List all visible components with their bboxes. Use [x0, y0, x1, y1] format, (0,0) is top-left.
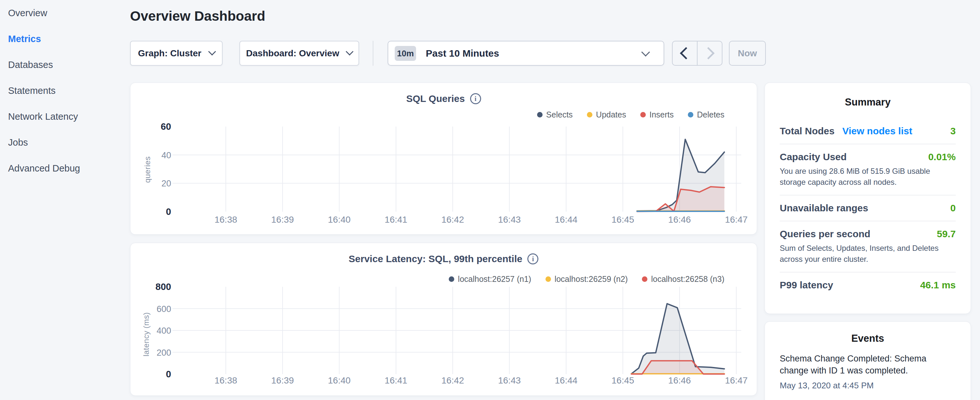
summary-rows: Total NodesView nodes list3Capacity Used… — [780, 118, 956, 298]
svg-text:16:43: 16:43 — [498, 375, 520, 386]
event-item[interactable]: Schema Change Completed: Schema change w… — [780, 353, 956, 390]
svg-text:16:46: 16:46 — [668, 215, 691, 225]
graph-dropdown-label: Graph: Cluster — [138, 48, 201, 59]
chevron-left-icon — [680, 47, 692, 59]
time-range-badge: 10m — [395, 46, 416, 61]
toolbar-divider — [373, 41, 373, 66]
sidebar-item-statements[interactable]: Statements — [8, 78, 124, 104]
next-time-button[interactable] — [698, 41, 722, 65]
svg-text:400: 400 — [157, 326, 171, 336]
sidebar-item-jobs[interactable]: Jobs — [8, 129, 124, 155]
svg-text:60: 60 — [161, 121, 171, 132]
svg-text:200: 200 — [157, 348, 171, 358]
sidebar-item-databases[interactable]: Databases — [8, 52, 124, 78]
svg-text:16:46: 16:46 — [668, 375, 691, 386]
svg-text:16:42: 16:42 — [441, 375, 464, 386]
summary-row-label: Queries per second — [780, 228, 870, 239]
chevron-down-icon — [641, 48, 650, 56]
summary-row-label: Total Nodes — [780, 126, 834, 137]
svg-text:16:40: 16:40 — [328, 375, 351, 386]
svg-text:0: 0 — [166, 369, 171, 379]
summary-row-value: 0 — [950, 202, 956, 214]
summary-row: Queries per second59.7Sum of Selects, Up… — [780, 222, 956, 273]
app-root: OverviewMetricsDatabasesStatementsNetwor… — [0, 0, 980, 400]
event-text: Schema Change Completed: Schema change w… — [780, 353, 935, 377]
summary-row-label: Unavailable ranges — [780, 202, 868, 214]
summary-row-value: 0.01% — [928, 151, 956, 163]
svg-text:0: 0 — [166, 207, 171, 217]
now-button[interactable]: Now — [729, 41, 766, 66]
summary-row: P99 latency46.1 ms — [780, 273, 956, 298]
sql-queries-chart-card: SQL Queries i SelectsUpdatesInsertsDelet… — [130, 83, 757, 234]
summary-row: Capacity Used0.01%You are using 28.6 MiB… — [780, 144, 956, 196]
summary-panel: Summary Total NodesView nodes list3Capac… — [765, 83, 971, 314]
svg-text:16:41: 16:41 — [385, 215, 407, 225]
svg-text:20: 20 — [161, 178, 171, 188]
dashboard-dropdown[interactable]: Dashboard: Overview — [239, 41, 359, 66]
svg-text:16:47: 16:47 — [725, 215, 748, 225]
dashboard-dropdown-label: Dashboard: Overview — [246, 48, 339, 59]
summary-row-label: P99 latency — [780, 280, 833, 291]
chevron-down-icon — [346, 48, 354, 55]
svg-text:16:44: 16:44 — [555, 375, 578, 386]
svg-text:16:45: 16:45 — [611, 375, 634, 386]
summary-row-description: Sum of Selects, Updates, Inserts, and De… — [780, 243, 956, 265]
sidebar-item-network-latency[interactable]: Network Latency — [8, 104, 124, 129]
chevron-right-icon — [702, 47, 714, 59]
svg-text:16:42: 16:42 — [441, 215, 464, 225]
summary-row-value: 46.1 ms — [920, 280, 956, 291]
service-latency-chart-card: Service Latency: SQL, 99th percentile i … — [130, 243, 757, 396]
time-range-label: Past 10 Minutes — [426, 48, 499, 59]
summary-row-description: You are using 28.6 MiB of 515.9 GiB usab… — [780, 166, 956, 188]
svg-text:16:41: 16:41 — [385, 375, 407, 386]
svg-text:40: 40 — [161, 150, 171, 160]
summary-row-value: 59.7 — [937, 228, 956, 239]
time-range-selector[interactable]: 10m Past 10 Minutes — [388, 41, 664, 66]
sidebar-nav: OverviewMetricsDatabasesStatementsNetwor… — [8, 0, 124, 181]
summary-row: Total NodesView nodes list3 — [780, 118, 956, 144]
svg-text:16:39: 16:39 — [271, 375, 294, 386]
sidebar-item-overview[interactable]: Overview — [8, 0, 124, 26]
summary-title: Summary — [765, 83, 970, 108]
time-step-buttons — [672, 41, 722, 66]
svg-text:16:38: 16:38 — [215, 375, 237, 386]
prev-time-button[interactable] — [673, 41, 698, 65]
svg-text:16:40: 16:40 — [328, 215, 351, 225]
chevron-down-icon — [208, 48, 216, 55]
svg-text:16:39: 16:39 — [271, 215, 294, 225]
svg-text:16:47: 16:47 — [725, 375, 748, 386]
sidebar-item-advanced-debug[interactable]: Advanced Debug — [8, 155, 124, 181]
events-panel: Events Schema Change Completed: Schema c… — [765, 321, 971, 400]
svg-text:16:38: 16:38 — [215, 215, 237, 225]
events-list: Schema Change Completed: Schema change w… — [765, 353, 970, 390]
events-title: Events — [765, 322, 970, 344]
chart-canvas[interactable]: 020406016:3816:3916:4016:4116:4216:4316:… — [130, 83, 757, 235]
graph-dropdown[interactable]: Graph: Cluster — [130, 41, 223, 66]
summary-row-value: 3 — [950, 126, 956, 137]
page-title: Overview Dashboard — [130, 8, 265, 24]
sidebar-item-metrics[interactable]: Metrics — [8, 26, 124, 52]
svg-text:800: 800 — [156, 282, 171, 292]
summary-row-label: Capacity Used — [780, 151, 847, 163]
svg-text:16:43: 16:43 — [498, 215, 520, 225]
svg-text:16:45: 16:45 — [611, 215, 634, 225]
summary-row: Unavailable ranges0 — [780, 196, 956, 222]
svg-text:600: 600 — [157, 304, 171, 314]
event-timestamp: May 13, 2020 at 4:45 PM — [780, 381, 956, 390]
svg-text:16:44: 16:44 — [555, 215, 578, 225]
view-nodes-link[interactable]: View nodes list — [842, 126, 912, 137]
chart-canvas[interactable]: 020040060080016:3816:3916:4016:4116:4216… — [130, 243, 757, 396]
